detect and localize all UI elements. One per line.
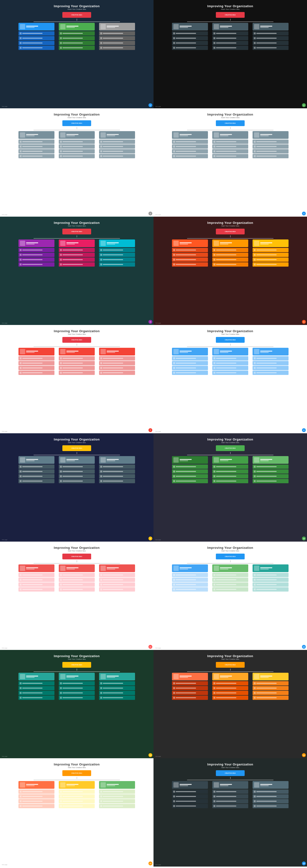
page-badge: 15	[148, 862, 152, 865]
item-box	[172, 465, 208, 469]
col-items-0	[172, 573, 208, 592]
col-title-bar	[66, 459, 78, 460]
item-label-bar	[63, 264, 83, 265]
page-badge: 10	[302, 536, 306, 540]
item-box	[59, 695, 95, 700]
col-subtitle-bar	[220, 135, 228, 136]
item-box	[172, 691, 208, 695]
top-box: CREATIVE IDEA	[216, 554, 245, 559]
slide-subtitle: Start Your Creative Idea	[221, 658, 239, 660]
col-subtitle-bar	[66, 677, 75, 678]
col-title-bar	[220, 567, 232, 568]
item-dot	[100, 37, 102, 39]
col-subtitle-bar	[26, 460, 35, 461]
item-dot	[100, 146, 102, 148]
org-chart: CREATIVE IDEA	[158, 120, 302, 214]
item-box	[252, 587, 288, 592]
col-header-img-0	[173, 566, 179, 571]
item-dot	[20, 32, 22, 34]
col-header-text-0	[26, 26, 38, 28]
col-header-text-2	[260, 784, 272, 786]
item-dot	[254, 470, 256, 472]
slide-title: Improving Your Organization	[207, 438, 253, 441]
item-label-bar	[216, 250, 236, 250]
item-label-bar	[257, 471, 277, 472]
item-box	[59, 144, 95, 149]
col-subtitle-bar	[180, 460, 188, 461]
slide-subtitle: Start Your Creative Idea	[221, 442, 239, 443]
item-box	[172, 469, 208, 474]
item-label-bar	[63, 38, 83, 39]
col-header-img-2	[254, 241, 259, 246]
org-column-2	[251, 131, 290, 158]
item-dot	[173, 790, 175, 793]
item-dot	[213, 47, 215, 49]
col-subtitle-bar	[220, 569, 228, 569]
col-subtitle-bar	[26, 677, 35, 678]
item-box	[212, 573, 248, 577]
item-box	[172, 804, 208, 808]
col-title-bar	[220, 784, 232, 785]
item-box	[59, 465, 95, 469]
item-dot	[213, 466, 215, 468]
slide-title: Improving Your Organization	[207, 113, 253, 116]
col-header-img-2	[254, 674, 259, 679]
col-items-2	[252, 573, 288, 592]
item-dot	[254, 682, 256, 684]
item-label-bar	[176, 480, 196, 482]
top-box-label: CREATIVE IDEA	[71, 339, 82, 341]
item-box	[19, 31, 55, 35]
item-dot	[173, 579, 175, 581]
item-dot	[213, 800, 215, 802]
org-column-2	[98, 131, 136, 158]
item-dot	[254, 588, 256, 590]
top-box: CREATIVE IDEA	[62, 229, 91, 235]
item-label-bar	[176, 141, 196, 142]
item-box	[59, 31, 95, 35]
col-subtitle-bar	[220, 785, 228, 786]
col-header-img-1	[60, 24, 66, 29]
col-header-text-2	[107, 242, 119, 245]
org-chart: CREATIVE IDEA	[5, 770, 149, 864]
item-label-bar	[63, 476, 83, 477]
item-box	[59, 356, 95, 361]
item-box	[59, 361, 95, 365]
slide-title: Improving Your Organization	[207, 546, 253, 550]
item-label-bar	[63, 151, 83, 152]
item-box	[212, 469, 248, 474]
item-box	[172, 154, 208, 158]
col-subtitle-bar	[180, 352, 188, 353]
item-dot	[20, 47, 22, 49]
item-box	[99, 262, 135, 267]
org-column-1	[211, 131, 249, 158]
item-dot	[60, 155, 62, 157]
col-subtitle-bar	[260, 135, 269, 136]
top-box-label: CREATIVE IDEA	[225, 231, 236, 232]
item-label-bar	[63, 33, 83, 34]
item-box	[99, 474, 135, 478]
item-dot	[213, 579, 215, 581]
slide-row: from page Improving Your Organization St…	[0, 867, 307, 868]
col-header-text-2	[107, 351, 119, 353]
item-dot	[254, 358, 256, 359]
col-items-0	[19, 465, 55, 483]
item-box	[59, 691, 95, 695]
org-column-1	[58, 131, 96, 158]
col-header-img-2	[101, 241, 106, 246]
item-dot	[100, 358, 102, 359]
item-dot	[100, 480, 102, 482]
item-box	[19, 578, 55, 582]
col-header-2	[252, 564, 288, 572]
item-box	[59, 262, 95, 267]
col-header-0	[19, 348, 55, 355]
item-box	[172, 695, 208, 700]
col-items-0	[19, 789, 55, 808]
item-dot	[173, 692, 175, 694]
item-label-bar	[103, 363, 123, 364]
slide-label: from page	[2, 431, 7, 432]
item-label-bar	[176, 259, 196, 260]
connector-vertical	[230, 127, 231, 129]
connector-horizontal	[34, 22, 120, 22]
org-column-2	[251, 456, 290, 483]
connector-horizontal	[34, 563, 120, 563]
